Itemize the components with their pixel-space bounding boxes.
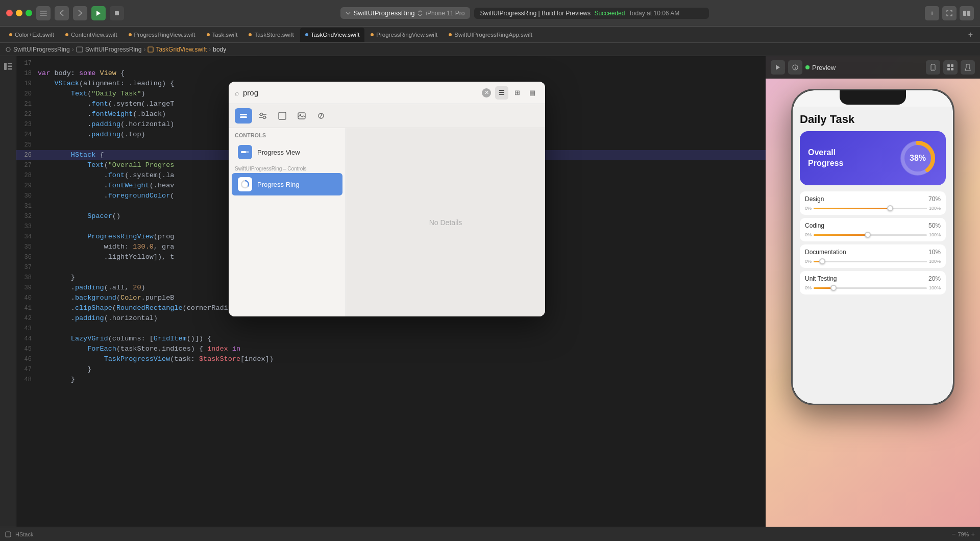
sidebar-toggle-button[interactable] bbox=[36, 6, 51, 20]
detail-view-button[interactable]: ▤ bbox=[526, 86, 539, 100]
code-line-44: 44 LazyVGrid(columns: [GridItem()]) { bbox=[16, 334, 766, 344]
stop-button[interactable] bbox=[110, 6, 124, 20]
section-label: Controls bbox=[229, 128, 346, 140]
back-button[interactable] bbox=[55, 6, 69, 20]
task-item-design: Design 70% 0% 100% bbox=[800, 191, 946, 215]
preview-right-buttons bbox=[926, 60, 975, 75]
tab-dot bbox=[305, 33, 308, 36]
svg-rect-6 bbox=[967, 11, 970, 16]
svg-rect-2 bbox=[40, 15, 47, 16]
code-line-18: 18 var body: some View { bbox=[16, 68, 766, 79]
iphone-notch bbox=[840, 90, 906, 105]
tab-sliders[interactable] bbox=[254, 108, 272, 124]
preview-grid-icon[interactable] bbox=[943, 60, 958, 75]
progress-label1: Overall bbox=[808, 147, 892, 158]
preview-device-icon[interactable] bbox=[926, 60, 940, 75]
svg-rect-21 bbox=[951, 64, 953, 67]
preview-text: Preview bbox=[812, 64, 836, 71]
breadcrumb-project[interactable]: SwiftUIProgressRing bbox=[13, 46, 70, 53]
tab-dot bbox=[207, 33, 210, 36]
preview-inspect-icon[interactable] bbox=[788, 60, 802, 75]
close-button[interactable] bbox=[6, 10, 13, 16]
app-content: Daily Task Overall Progress bbox=[793, 107, 953, 404]
svg-point-29 bbox=[260, 113, 263, 116]
breadcrumb-file[interactable]: TaskGridView.swift bbox=[156, 46, 207, 53]
progress-view-icon bbox=[238, 145, 252, 159]
tab-images[interactable] bbox=[293, 108, 310, 124]
tab-dot bbox=[9, 33, 12, 36]
traffic-lights bbox=[6, 10, 32, 16]
scheme-name: SwiftUIProgressRing bbox=[354, 9, 415, 17]
code-line-47: 47 } bbox=[16, 364, 766, 375]
list-view-button[interactable]: ☰ bbox=[495, 86, 508, 100]
svg-rect-35 bbox=[279, 112, 286, 119]
ring-percentage: 38% bbox=[910, 154, 926, 163]
forward-button[interactable] bbox=[73, 6, 87, 20]
iphone-screen: Daily Task Overall Progress bbox=[793, 90, 953, 404]
svg-point-19 bbox=[933, 69, 933, 70]
svg-rect-13 bbox=[8, 68, 12, 70]
code-line-46: 46 TaskProgressView(task: $taskStore[ind… bbox=[16, 354, 766, 364]
tab-dot bbox=[249, 33, 252, 36]
bottom-bar: HStack − 79% + bbox=[0, 527, 980, 541]
breadcrumb-group[interactable]: SwiftUIProgressRing bbox=[85, 46, 142, 53]
preview-label: Preview bbox=[805, 64, 836, 71]
svg-marker-3 bbox=[96, 11, 101, 16]
library-search-input[interactable] bbox=[243, 88, 478, 97]
zoom-level: 79% bbox=[958, 531, 969, 537]
breadcrumb-symbol[interactable]: body bbox=[213, 46, 226, 53]
title-bar: SwiftUIProgressRing iPhone 11 Pro SwiftU… bbox=[0, 0, 980, 27]
progress-ring: 38% bbox=[898, 138, 938, 178]
view-buttons: ☰ ⊞ ▤ bbox=[495, 86, 539, 100]
add-tab-button[interactable]: + bbox=[925, 6, 939, 20]
preview-panel: Preview bbox=[766, 56, 980, 527]
tab-app[interactable]: SwiftUIProgressRingApp.swift bbox=[444, 28, 537, 42]
expand-button[interactable] bbox=[942, 6, 957, 20]
grid-view-button[interactable]: ⊞ bbox=[510, 86, 524, 100]
code-line-48: 48 } bbox=[16, 375, 766, 385]
tab-dot bbox=[129, 33, 132, 36]
tab-effects[interactable] bbox=[312, 108, 330, 124]
svg-point-7 bbox=[6, 47, 10, 52]
tab-task[interactable]: Task.swift bbox=[202, 28, 243, 42]
maximize-button[interactable] bbox=[26, 10, 32, 16]
tab-color-ext[interactable]: Color+Ext.swift bbox=[4, 28, 59, 42]
library-item-progress-ring[interactable]: Progress Ring bbox=[232, 173, 342, 195]
clear-search-button[interactable]: ✕ bbox=[482, 88, 491, 97]
preview-run-icon[interactable] bbox=[771, 60, 785, 75]
code-line-43: 43 bbox=[16, 324, 766, 334]
task-item-documentation: Documentation 10% 0% 100% bbox=[800, 244, 946, 268]
tab-shapes[interactable] bbox=[274, 108, 291, 124]
nav-sidebar-icon[interactable] bbox=[2, 60, 14, 72]
scheme-selector[interactable]: SwiftUIProgressRing iPhone 11 Pro bbox=[340, 7, 470, 19]
popup-details: No Details bbox=[346, 128, 545, 316]
svg-rect-20 bbox=[947, 64, 950, 67]
build-status-bar: SwiftUIProgressRing | Build for Previews… bbox=[474, 8, 709, 19]
library-item-progress-view[interactable]: Progress View bbox=[232, 141, 342, 163]
tab-progress-ring-view-1[interactable]: ProgressRingView.swift bbox=[124, 28, 201, 42]
preview-pin-icon[interactable] bbox=[961, 60, 975, 75]
tab-dot bbox=[371, 33, 374, 36]
layout-button[interactable] bbox=[960, 6, 974, 20]
tab-dot bbox=[449, 33, 452, 36]
tab-progress-ring-view-2[interactable]: ProgressRingView.swift bbox=[365, 28, 443, 42]
tab-task-grid-view[interactable]: TaskGridView.swift bbox=[300, 28, 365, 42]
svg-point-32 bbox=[263, 116, 266, 119]
run-button[interactable] bbox=[91, 6, 106, 20]
task-item-coding: Coding 50% 0% 100% bbox=[800, 218, 946, 241]
zoom-increase-icon[interactable]: + bbox=[971, 530, 975, 538]
svg-rect-8 bbox=[77, 47, 83, 52]
no-details-text: No Details bbox=[429, 218, 462, 227]
svg-rect-40 bbox=[241, 151, 246, 153]
svg-rect-27 bbox=[240, 114, 247, 115]
add-tab-button[interactable]: + bbox=[965, 30, 976, 39]
subsection-label: SwiftUIProgressRing – Controls bbox=[229, 164, 346, 173]
zoom-decrease-icon[interactable]: − bbox=[952, 530, 956, 538]
tab-content-view[interactable]: ContentView.swift bbox=[60, 28, 122, 42]
svg-rect-11 bbox=[8, 63, 12, 64]
tab-task-store[interactable]: TaskStore.swift bbox=[243, 28, 299, 42]
tab-dot bbox=[65, 33, 68, 36]
svg-rect-10 bbox=[4, 63, 7, 70]
tab-controls[interactable] bbox=[235, 108, 252, 124]
minimize-button[interactable] bbox=[16, 10, 22, 16]
